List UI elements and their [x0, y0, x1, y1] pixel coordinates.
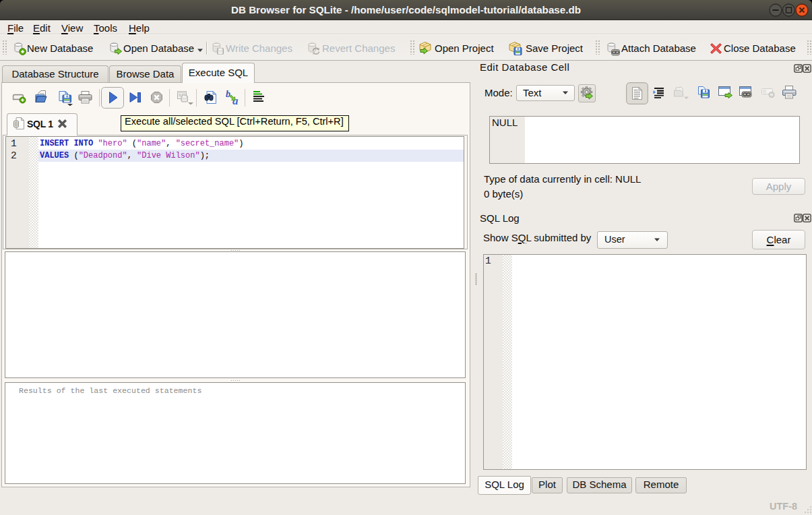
svg-text:b: b: [226, 89, 230, 99]
